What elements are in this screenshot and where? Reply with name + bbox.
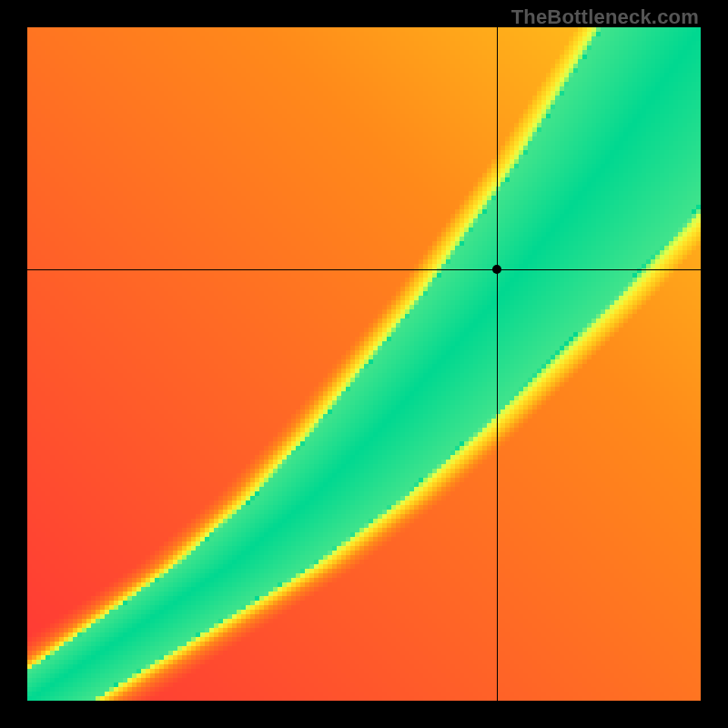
watermark-text: TheBottleneck.com <box>511 5 699 29</box>
heatmap-plot <box>27 27 701 701</box>
chart-frame: TheBottleneck.com <box>0 0 728 728</box>
crosshair-horizontal <box>27 269 701 270</box>
heatmap-canvas <box>27 27 701 701</box>
crosshair-vertical <box>497 27 498 701</box>
